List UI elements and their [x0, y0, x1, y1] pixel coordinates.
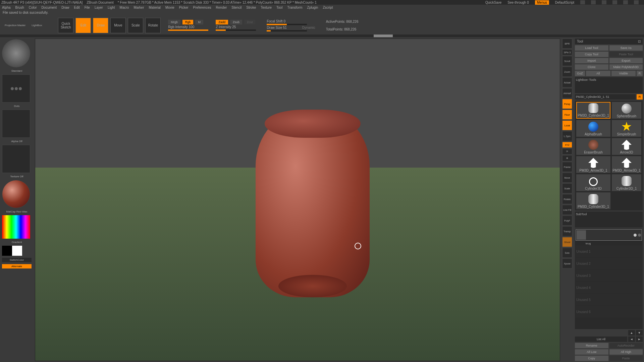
document-scrollbar[interactable] [0, 35, 644, 37]
menu-color[interactable]: Color [29, 6, 37, 9]
menu-movie[interactable]: Movie [165, 6, 174, 9]
tool-thumb[interactable]: PM3D_Arrow3D_1 [612, 156, 641, 173]
goz-visible-button[interactable]: Visible [611, 71, 636, 76]
arrow-left-icon[interactable]: ◄ [628, 337, 635, 342]
goz-button[interactable]: GoZ [575, 71, 585, 76]
seethrough-slider[interactable]: See-through 0 [507, 1, 529, 4]
subtool-row-empty[interactable]: Unused 4 [576, 282, 642, 293]
floor-button[interactable]: Floor [562, 110, 572, 120]
polymesh-button[interactable]: Make PolyMesh3D [609, 64, 643, 70]
window-close[interactable] [634, 0, 639, 4]
tool-thumb[interactable]: Cylinder3D [576, 174, 610, 191]
arrow-right-icon[interactable]: ► [636, 337, 643, 342]
eye-icon[interactable] [638, 234, 641, 237]
brush-thumb[interactable] [2, 39, 30, 67]
ghost-button[interactable]: Ghost [562, 237, 572, 247]
tool-thumb-active[interactable]: PM3D_Cylinder3D_1 [576, 102, 610, 119]
subtool-row-empty[interactable]: Unused 5 [576, 294, 642, 305]
window-btn-1[interactable] [580, 0, 585, 4]
draw-size-label[interactable]: Draw Size 51 [267, 26, 286, 29]
window-btn-2[interactable] [591, 0, 596, 4]
center-button[interactable]: ⊕ [562, 155, 572, 161]
subtool-row-empty[interactable]: Unused 6 [576, 306, 642, 317]
m-button[interactable]: M [195, 20, 203, 24]
tool-thumb[interactable]: Arrow3D [612, 138, 641, 155]
tool-thumb[interactable]: Cylinder3D_1 [612, 174, 641, 191]
tool-r-button[interactable]: R [637, 94, 643, 100]
scale-button[interactable]: Scale [128, 18, 143, 33]
z-intensity-slider[interactable] [216, 29, 256, 31]
clone-button[interactable]: Clone [575, 64, 608, 70]
subtool-copy-button[interactable]: Copy [575, 356, 608, 361]
brush-icon[interactable] [634, 234, 637, 237]
allhigh-button[interactable]: All High [609, 349, 643, 355]
menu-brush[interactable]: Brush [15, 6, 24, 9]
canvas[interactable] [35, 39, 560, 361]
move-button[interactable]: Move [110, 18, 126, 33]
subtool-row-active[interactable] [576, 229, 642, 241]
polyf-button[interactable]: PolyF [562, 216, 572, 226]
menu-zplugin[interactable]: Zplugin [307, 6, 318, 9]
alpha-thumb[interactable] [2, 110, 30, 138]
tool-thumb[interactable]: SphereBrush [612, 102, 641, 119]
menu-zscript[interactable]: Zscript [323, 6, 333, 9]
import-button[interactable]: Import [575, 58, 608, 63]
menu-layer[interactable]: Layer [95, 6, 103, 9]
close-icon[interactable]: ⊡ [638, 40, 641, 43]
spix-slider[interactable]: SPix 3 [562, 49, 572, 55]
stroke-thumb[interactable] [2, 74, 30, 103]
menu-stencil[interactable]: Stencil [231, 6, 241, 9]
menu-document[interactable]: Document [42, 6, 57, 9]
window-max[interactable] [623, 0, 628, 4]
alllow-button[interactable]: All Low [575, 349, 608, 355]
menu-draw[interactable]: Draw [61, 6, 69, 9]
autoreorder-button[interactable]: AutoReorder [609, 343, 643, 348]
focal-shift-slider[interactable] [267, 24, 307, 25]
subtool-header[interactable]: SubTool [575, 212, 643, 228]
copy-tool-button[interactable]: Copy Tool [575, 52, 608, 57]
listall-button[interactable]: List All [575, 337, 627, 342]
default-script[interactable]: DefaultScript [555, 1, 574, 4]
z-intensity-label[interactable]: Z Intensity 25 [216, 25, 236, 29]
current-tool-label[interactable]: PM3D_Cylinder3D_1. 51 [575, 94, 636, 100]
window-btn-3[interactable] [602, 0, 606, 4]
window-min[interactable] [612, 0, 617, 4]
primary-color[interactable] [12, 246, 22, 256]
persp-button[interactable]: Persp [562, 99, 572, 109]
scale-nav-button[interactable]: Scale [562, 183, 572, 193]
zsub-button[interactable]: Zsub [230, 20, 242, 24]
menu-material[interactable]: Material [149, 6, 161, 9]
rgb-intensity-label[interactable]: Rgb Intensity 100 [168, 25, 194, 29]
move-nav-button[interactable]: Move [562, 173, 572, 183]
bpr-button[interactable]: BPR [562, 39, 572, 49]
aahalf-button[interactable]: AAHalf [562, 88, 572, 98]
switchcolor-button[interactable]: SwitchColor [2, 258, 32, 262]
zoom-button[interactable]: Zoom [562, 67, 572, 77]
tool-thumb[interactable]: PM3D_Arrow3D_1 [576, 156, 610, 173]
rotate-nav-button[interactable]: Rotate [562, 194, 572, 204]
menu-tool[interactable]: Tool [276, 6, 282, 9]
menu-file[interactable]: File [85, 6, 90, 9]
export-button[interactable]: Export [609, 58, 643, 63]
rot-button[interactable]: ⟳ [562, 148, 572, 155]
lightbox-tools-button[interactable]: Lightbox› Tools [575, 77, 643, 93]
quicksketch-button[interactable]: Quick Sketch [58, 18, 73, 33]
edit-button[interactable]: Edit [75, 18, 91, 33]
color-picker[interactable] [2, 215, 30, 239]
subtool-down-button[interactable]: ▼ [636, 330, 643, 336]
menu-macro[interactable]: Macro [120, 6, 129, 9]
viewport[interactable] [34, 37, 561, 362]
frame-button[interactable]: Frame [562, 162, 572, 172]
subtool-row-empty[interactable]: Unused 1 [576, 246, 642, 257]
draw-button[interactable]: Draw [93, 18, 108, 33]
solo-button[interactable]: Solo [562, 248, 572, 258]
secondary-color[interactable] [2, 246, 12, 256]
local-button[interactable]: Local [562, 120, 572, 130]
load-tool-button[interactable]: Load Tool [575, 45, 608, 51]
menu-texture[interactable]: Texture [261, 6, 272, 9]
tool-thumb[interactable]: AlphaBrush [576, 120, 610, 137]
texture-thumb[interactable] [2, 145, 30, 173]
menu-preferences[interactable]: Preferences [193, 6, 211, 9]
tool-thumb[interactable]: EraserBrush [576, 138, 610, 155]
projection-master-button[interactable]: Projection Master [3, 18, 28, 33]
